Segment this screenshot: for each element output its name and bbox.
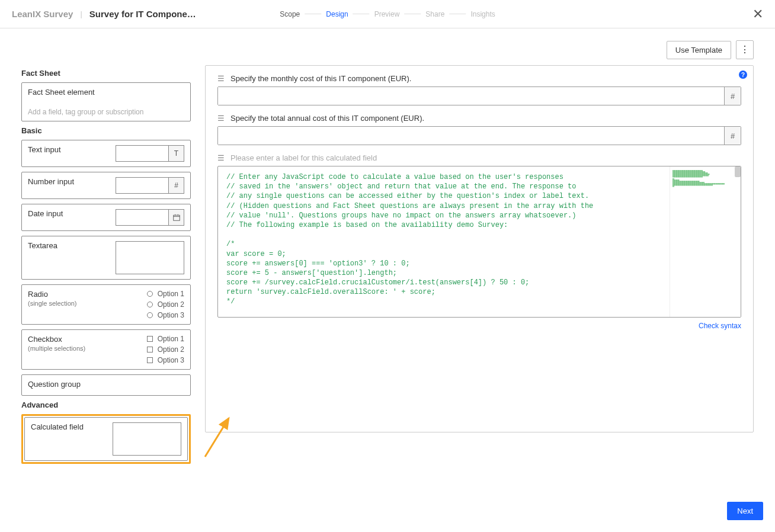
- annotation-arrow-icon: [202, 412, 238, 460]
- palette-number-input[interactable]: Number input #: [21, 172, 191, 199]
- drag-handle-icon[interactable]: ☰: [217, 114, 225, 122]
- question-calculated-field[interactable]: ☰ Please enter a label for this calculat…: [217, 153, 741, 330]
- survey-canvas: ? ☰ Specify the monthly cost of this IT …: [205, 65, 754, 432]
- help-icon[interactable]: ?: [739, 70, 747, 79]
- drag-handle-icon[interactable]: ☰: [217, 154, 225, 162]
- palette-checkbox[interactable]: Checkbox (multiple selections) Option 1 …: [21, 329, 191, 370]
- palette-sidebar: Fact Sheet Fact Sheet element Add a fiel…: [21, 65, 191, 464]
- question-monthly-cost[interactable]: ☰ Specify the monthly cost of this IT co…: [217, 74, 741, 105]
- close-icon[interactable]: ✕: [752, 8, 763, 21]
- checkbox-icon: [147, 357, 153, 363]
- checkbox-icon: [147, 347, 153, 352]
- basic-section-label: Basic: [21, 126, 191, 135]
- palette-radio[interactable]: Radio (single selection) Option 1 Option…: [21, 284, 191, 325]
- svg-rect-0: [173, 215, 180, 220]
- number-suffix-icon: #: [724, 127, 741, 145]
- minimap-scrollbar[interactable]: [735, 166, 741, 317]
- svg-line-4: [205, 418, 229, 457]
- code-editor[interactable]: // Enter any JavaScript code to calculat…: [217, 166, 741, 318]
- palette-calculated-field-highlight: Calculated field: [21, 414, 191, 464]
- radio-icon: [147, 312, 153, 318]
- question-annual-cost[interactable]: ☰ Specify the total annual cost of this …: [217, 114, 741, 145]
- code-content[interactable]: // Enter any JavaScript code to calculat…: [218, 166, 670, 317]
- step-preview[interactable]: Preview: [374, 10, 400, 18]
- drag-handle-icon[interactable]: ☰: [217, 75, 225, 82]
- calendar-icon: [168, 210, 184, 225]
- hash-suffix-icon: #: [168, 178, 184, 193]
- palette-date-input[interactable]: Date input: [21, 204, 191, 231]
- factsheet-item-placeholder: Add a field, tag group or subscription: [28, 108, 143, 116]
- checkbox-icon: [147, 336, 153, 342]
- palette-textarea[interactable]: Textarea: [21, 236, 191, 280]
- factsheet-section-label: Fact Sheet: [21, 69, 191, 78]
- use-template-button[interactable]: Use Template: [667, 41, 731, 59]
- annual-cost-input[interactable]: [218, 127, 724, 145]
- check-syntax-link[interactable]: Check syntax: [699, 322, 741, 330]
- calc-field-label-placeholder[interactable]: Please enter a label for this calculated…: [230, 153, 377, 162]
- number-suffix-icon: #: [724, 87, 741, 105]
- more-menu-button[interactable]: ⋮: [736, 40, 754, 59]
- step-design[interactable]: Design: [326, 10, 348, 18]
- survey-title: Survey for IT Compone…: [89, 9, 196, 19]
- scrollbar-thumb[interactable]: [735, 166, 741, 177]
- step-share[interactable]: Share: [425, 10, 444, 18]
- question-label: Specify the monthly cost of this IT comp…: [230, 74, 411, 83]
- advanced-section-label: Advanced: [21, 400, 191, 409]
- text-suffix-icon: T: [168, 146, 184, 161]
- palette-factsheet-element[interactable]: Fact Sheet element Add a field, tag grou…: [21, 82, 191, 121]
- palette-question-group[interactable]: Question group: [21, 374, 191, 396]
- more-vertical-icon: ⋮: [740, 48, 750, 52]
- wizard-steps: Scope Design Preview Share Insights: [280, 10, 495, 18]
- separator: |: [80, 9, 82, 18]
- palette-text-input[interactable]: Text input T: [21, 140, 191, 167]
- factsheet-item-title: Fact Sheet element: [28, 88, 95, 105]
- palette-calculated-field[interactable]: Calculated field: [24, 417, 188, 461]
- radio-icon: [147, 302, 153, 307]
- step-scope[interactable]: Scope: [280, 10, 300, 18]
- question-label: Specify the total annual cost of this IT…: [230, 114, 424, 123]
- code-minimap: ████████████████████████████████████ ███…: [670, 166, 741, 317]
- monthly-cost-input[interactable]: [218, 87, 724, 105]
- radio-icon: [147, 291, 153, 297]
- brand-label: LeanIX Survey: [12, 9, 73, 19]
- step-insights[interactable]: Insights: [470, 10, 495, 18]
